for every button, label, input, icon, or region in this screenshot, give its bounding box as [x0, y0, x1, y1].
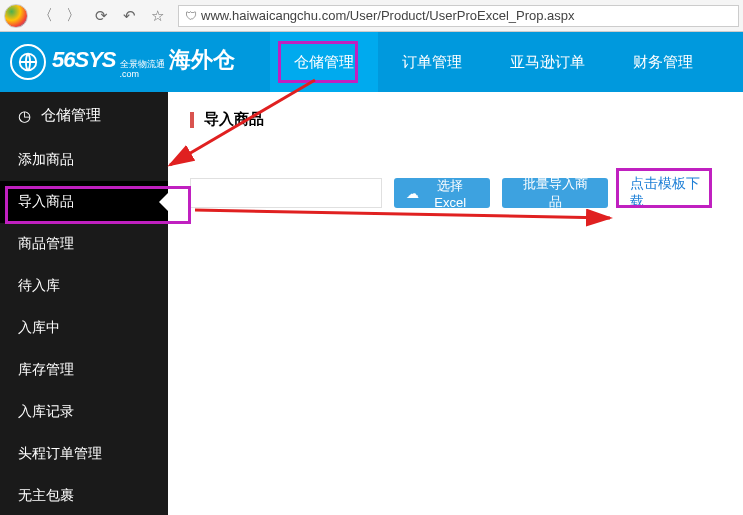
browser-logo-icon — [4, 4, 28, 28]
nav-tab-finance[interactable]: 财务管理 — [609, 32, 717, 92]
back-button[interactable]: 〈 — [34, 5, 56, 27]
sidebar-item-unclaimed[interactable]: 无主包裹 — [0, 475, 168, 515]
main-content: 导入商品 ☁ 选择Excel 批量导入商品 点击模板下载 — [168, 92, 743, 515]
clock-icon: ◷ — [18, 107, 31, 125]
logo-text: 56SYS 全景物流通 .com 海外仓 — [52, 45, 235, 80]
choose-excel-button[interactable]: ☁ 选择Excel — [394, 178, 490, 208]
star-button[interactable]: ☆ — [146, 5, 168, 27]
nav-tab-storage[interactable]: 仓储管理 — [270, 32, 378, 92]
sidebar-item-add-product[interactable]: 添加商品 — [0, 139, 168, 181]
sidebar-item-inventory[interactable]: 库存管理 — [0, 349, 168, 391]
action-row: ☁ 选择Excel 批量导入商品 点击模板下载 — [190, 169, 721, 217]
sidebar-item-product-manage[interactable]: 商品管理 — [0, 223, 168, 265]
logo-globe-icon — [10, 44, 46, 80]
sidebar-item-inbound[interactable]: 入库中 — [0, 307, 168, 349]
sidebar-item-firstleg[interactable]: 头程订单管理 — [0, 433, 168, 475]
logo[interactable]: 56SYS 全景物流通 .com 海外仓 — [0, 44, 270, 80]
address-bar[interactable]: 🛡 www.haiwaicangchu.com/User/Product/Use… — [178, 5, 739, 27]
upload-icon: ☁ — [406, 186, 419, 201]
file-path-input[interactable] — [190, 178, 382, 208]
sidebar-header: ◷ 仓储管理 — [0, 92, 168, 139]
sidebar-item-inbound-log[interactable]: 入库记录 — [0, 391, 168, 433]
breadcrumb: 导入商品 — [190, 110, 721, 129]
reload-button[interactable]: ⟳ — [90, 5, 112, 27]
sidebar-item-import-product[interactable]: 导入商品 — [0, 181, 168, 223]
sidebar-item-pending-in[interactable]: 待入库 — [0, 265, 168, 307]
url-text: www.haiwaicangchu.com/User/Product/UserP… — [201, 8, 575, 23]
forward-button[interactable]: 〉 — [62, 5, 84, 27]
top-nav: 56SYS 全景物流通 .com 海外仓 仓储管理 订单管理 亚马逊订单 财务管… — [0, 32, 743, 92]
crumb-accent — [190, 112, 194, 128]
download-template-link[interactable]: 点击模板下载 — [620, 169, 721, 217]
bulk-import-button[interactable]: 批量导入商品 — [502, 178, 609, 208]
nav-tab-orders[interactable]: 订单管理 — [378, 32, 486, 92]
nav-items: 仓储管理 订单管理 亚马逊订单 财务管理 — [270, 32, 717, 92]
nav-tab-amazon[interactable]: 亚马逊订单 — [486, 32, 609, 92]
undo-button[interactable]: ↶ — [118, 5, 140, 27]
browser-toolbar: 〈 〉 ⟳ ↶ ☆ 🛡 www.haiwaicangchu.com/User/P… — [0, 0, 743, 32]
site-info-icon: 🛡 — [185, 9, 197, 23]
page-title: 导入商品 — [204, 110, 264, 129]
page-body: ◷ 仓储管理 添加商品 导入商品 商品管理 待入库 入库中 库存管理 入库记录 … — [0, 92, 743, 515]
sidebar: ◷ 仓储管理 添加商品 导入商品 商品管理 待入库 入库中 库存管理 入库记录 … — [0, 92, 168, 515]
